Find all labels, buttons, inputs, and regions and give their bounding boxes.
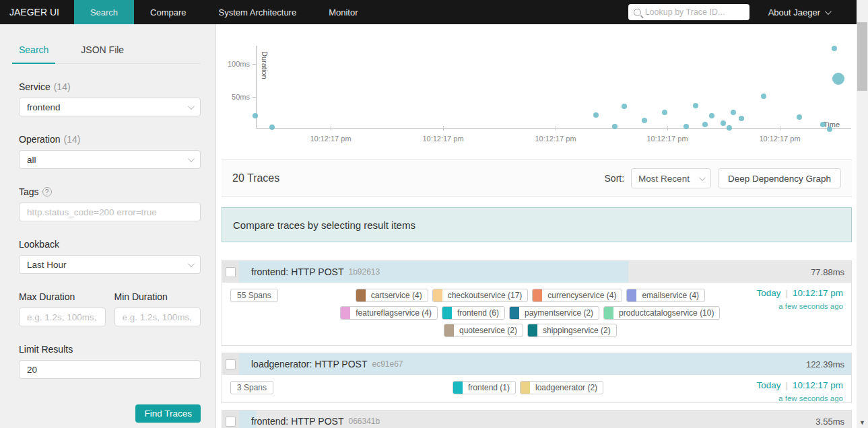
trace-checkbox[interactable] (226, 359, 236, 369)
scrollbar-thumb[interactable] (857, 22, 867, 91)
chevron-down-icon (699, 174, 706, 181)
y-tick-mark (253, 64, 257, 65)
trace-title[interactable]: loadgenerator: HTTP POST (251, 359, 367, 369)
nav-item-compare[interactable]: Compare (134, 0, 202, 24)
x-tick-label: 10:12:17 pm (759, 135, 800, 143)
trace-checkbox-cell (222, 353, 239, 375)
min-duration-label: Min Duration (114, 291, 201, 302)
tab-json-file[interactable]: JSON File (81, 38, 124, 63)
trace-date-link[interactable]: Today (756, 380, 780, 390)
trace-scatter-point[interactable] (820, 122, 826, 127)
trace-scatter-point[interactable] (253, 113, 258, 118)
page-scrollbar[interactable]: ▼ (857, 0, 868, 428)
min-duration-input[interactable] (114, 308, 201, 326)
trace-scatter-point[interactable] (702, 122, 708, 127)
help-icon[interactable]: ? (42, 187, 52, 197)
nav-item-search[interactable]: Search (74, 0, 134, 24)
service-color-chip (533, 289, 542, 301)
service-color-chip (442, 307, 452, 319)
tab-search[interactable]: Search (19, 38, 48, 63)
trace-duration-bar: frontend: HTTP POST066341b3.55ms (239, 411, 851, 428)
trace-scatter-point[interactable] (797, 114, 802, 120)
trace-title[interactable]: frontend: HTTP POST (251, 266, 343, 277)
trace-id: ec91e67 (372, 359, 403, 369)
trace-card-body: 3 Spansfrontend (1)loadgenerator (2)Toda… (222, 375, 851, 402)
trace-result-list: frontend: HTTP POST1b9261377.88ms55 Span… (222, 260, 852, 428)
trace-card: loadgenerator: HTTP POSTec91e67122.39ms3… (222, 353, 852, 403)
trace-scatter-point[interactable] (693, 103, 698, 108)
trace-checkbox[interactable] (226, 267, 236, 277)
nav-item-monitor[interactable]: Monitor (312, 0, 374, 24)
trace-scatter-point[interactable] (832, 46, 837, 51)
trace-card-header[interactable]: frontend: HTTP POST1b9261377.88ms (222, 261, 851, 283)
service-color-chip (453, 382, 463, 394)
x-tick-label: 10:12:17 pm (422, 135, 463, 143)
service-pill-loadgenerator-2: loadgenerator (2) (520, 381, 603, 394)
trace-scatter-point[interactable] (761, 94, 766, 99)
top-nav: JAEGER UI SearchCompareSystem Architectu… (0, 0, 857, 24)
trace-lookup-input[interactable] (645, 7, 744, 17)
scrollbar-down-arrow[interactable]: ▼ (857, 419, 868, 426)
find-traces-button[interactable]: Find Traces (135, 404, 201, 423)
trace-card-header[interactable]: loadgenerator: HTTP POSTec91e67122.39ms (222, 353, 851, 375)
span-count-pill: 3 Spans (230, 381, 273, 394)
trace-time-link[interactable]: 10:12:17 pm (793, 380, 843, 390)
x-tick-mark (667, 126, 668, 131)
trace-date-link[interactable]: Today (756, 288, 780, 298)
trace-header-content: loadgenerator: HTTP POSTec91e67122.39ms (239, 353, 851, 375)
service-pill-emailservice-4: emailservice (4) (626, 289, 705, 302)
trace-scatter-point[interactable] (593, 112, 599, 118)
service-color-chip (510, 307, 519, 319)
deep-dependency-graph-button[interactable]: Deep Dependency Graph (718, 168, 841, 188)
service-pill-cartservice-4: cartservice (4) (356, 289, 428, 302)
trace-scatter-point[interactable] (683, 124, 689, 129)
trace-card-header[interactable]: frontend: HTTP POST066341b3.55ms (222, 411, 851, 428)
trace-scatter-point[interactable] (642, 118, 647, 123)
service-pill-label: frontend (6) (452, 307, 504, 319)
trace-duration: 77.88ms (811, 267, 844, 277)
about-jaeger-menu[interactable]: About Jaeger (768, 7, 830, 17)
lookback-label: Lookback (19, 239, 201, 250)
trace-card: frontend: HTTP POST066341b3.55ms (222, 410, 852, 428)
trace-scatter-point[interactable] (709, 113, 714, 118)
limit-results-input[interactable] (19, 360, 201, 379)
limit-results-label: Limit Results (19, 344, 201, 355)
operation-select[interactable]: all (19, 150, 201, 169)
trace-count: 20 Traces (232, 172, 279, 184)
service-pill-label: cartservice (4) (366, 289, 428, 301)
service-select[interactable]: frontend (19, 98, 201, 116)
span-count-pill: 55 Spans (230, 289, 278, 302)
operation-label: Operation(14) (19, 134, 201, 145)
x-tick-mark (443, 126, 444, 131)
trace-scatter-point[interactable] (827, 127, 832, 132)
nav-items: SearchCompareSystem ArchitectureMonitor (74, 0, 374, 24)
trace-title[interactable]: frontend: HTTP POST (251, 416, 343, 427)
lookback-select[interactable]: Last Hour (19, 255, 201, 274)
separator: | (785, 380, 788, 390)
service-color-chip (627, 289, 636, 301)
trace-scatter-point[interactable] (269, 124, 275, 130)
tags-input[interactable] (19, 203, 201, 221)
tags-label: Tags? (19, 186, 201, 197)
trace-scatter-point[interactable] (622, 104, 627, 109)
service-pill-frontend-1: frontend (1) (453, 381, 516, 394)
service-pill-label: paymentservice (2) (519, 307, 599, 319)
trace-scatter-point[interactable] (832, 73, 844, 85)
service-color-chip (604, 307, 613, 319)
trace-scatter-point[interactable] (727, 125, 732, 131)
trace-scatter-point[interactable] (739, 116, 744, 121)
trace-scatter-point[interactable] (662, 110, 667, 115)
trace-time-link[interactable]: 10:12:17 pm (793, 288, 843, 298)
sort-select[interactable]: Most Recent (631, 168, 711, 188)
trace-date-time: Today|10:12:17 pm (756, 380, 843, 390)
nav-item-system-architecture[interactable]: System Architecture (203, 0, 313, 24)
service-pill-featureflagservice-4: featureflagservice (4) (340, 306, 438, 320)
max-duration-input[interactable] (19, 308, 106, 326)
trace-scatter-point[interactable] (721, 120, 726, 126)
trace-lookup-search[interactable] (628, 4, 749, 20)
duration-scatter-chart: Duration Time 100ms50ms10:12:17 pm10:12:… (222, 32, 852, 157)
trace-checkbox[interactable] (226, 417, 236, 427)
trace-scatter-point[interactable] (731, 110, 736, 115)
trace-scatter-point[interactable] (612, 124, 617, 129)
x-tick-label: 10:12:17 pm (646, 135, 688, 143)
